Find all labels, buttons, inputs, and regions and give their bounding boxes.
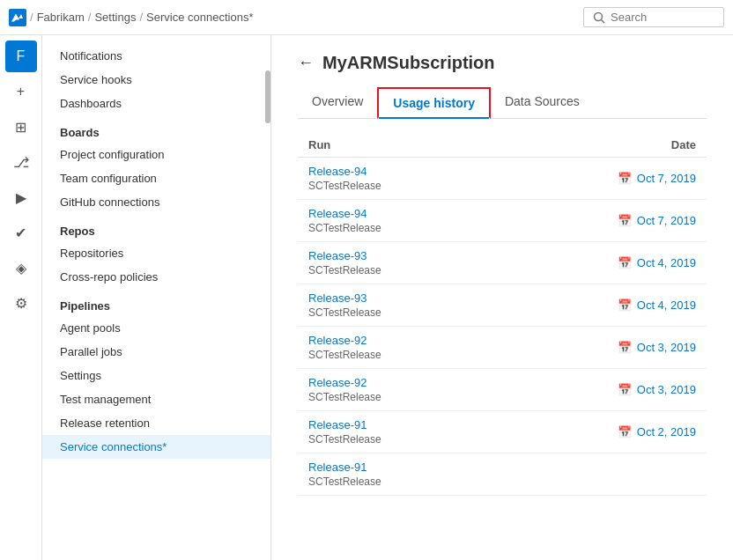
row-run-4: Release-92 SCTestRelease	[308, 334, 581, 361]
tabs: OverviewUsage historyData Sources	[298, 87, 707, 119]
nav-item-test-management[interactable]: Test management	[42, 387, 270, 411]
run-name[interactable]: Release-92	[308, 334, 581, 347]
calendar-icon: 📅	[618, 298, 632, 312]
table-row: Release-92 SCTestRelease 📅 Oct 3, 2019	[298, 327, 707, 369]
nav-item-service-hooks[interactable]: Service hooks	[42, 68, 270, 92]
col-run-header: Run	[308, 138, 581, 151]
table-row: Release-92 SCTestRelease 📅 Oct 3, 2019	[298, 369, 707, 411]
date-value: Oct 4, 2019	[637, 256, 696, 269]
page-title: MyARMSubscription	[322, 53, 495, 73]
nav-item-settings[interactable]: Settings	[42, 364, 270, 387]
date-value: Oct 3, 2019	[637, 383, 696, 396]
settings2-icon[interactable]: ⚙	[5, 287, 37, 319]
azure-devops-logo	[9, 9, 26, 26]
breadcrumb-service-connections[interactable]: Service connections*	[146, 11, 253, 24]
run-name[interactable]: Release-91	[308, 418, 581, 431]
run-name[interactable]: Release-94	[308, 207, 581, 220]
row-date-1: 📅 Oct 7, 2019	[581, 214, 696, 227]
table-row: Release-93 SCTestRelease 📅 Oct 4, 2019	[298, 284, 707, 327]
row-date-6: 📅 Oct 2, 2019	[581, 425, 696, 438]
row-date-3: 📅 Oct 4, 2019	[581, 298, 696, 312]
date-value: Oct 7, 2019	[637, 214, 696, 227]
table-row: Release-94 SCTestRelease 📅 Oct 7, 2019	[298, 200, 707, 242]
table-body: Release-94 SCTestRelease 📅 Oct 7, 2019 R…	[298, 158, 707, 496]
run-name[interactable]: Release-91	[308, 461, 581, 474]
row-date-4: 📅 Oct 3, 2019	[581, 341, 696, 354]
run-name[interactable]: Release-93	[308, 249, 581, 262]
repos-icon[interactable]: ⎇	[5, 146, 37, 178]
row-run-3: Release-93 SCTestRelease	[308, 291, 581, 319]
back-button[interactable]: ←	[298, 54, 314, 72]
nav-item-service-connections[interactable]: Service connections*	[42, 435, 270, 459]
calendar-icon: 📅	[618, 256, 632, 269]
nav-item-dashboards[interactable]: Dashboards	[42, 92, 270, 115]
run-name[interactable]: Release-93	[308, 291, 581, 305]
nav-section-header: Pipelines	[42, 289, 270, 316]
nav-item-notifications[interactable]: Notifications	[42, 44, 270, 68]
run-sub: SCTestRelease	[308, 391, 581, 403]
calendar-icon: 📅	[618, 383, 632, 396]
date-value: Oct 4, 2019	[637, 298, 696, 312]
artifacts-icon[interactable]: ◈	[5, 252, 37, 284]
tab-usage-history[interactable]: Usage history	[377, 87, 491, 119]
row-run-6: Release-91 SCTestRelease	[308, 418, 581, 446]
boards-icon[interactable]: ⊞	[5, 111, 37, 143]
tab-data-sources[interactable]: Data Sources	[491, 87, 594, 118]
run-name[interactable]: Release-92	[308, 376, 581, 389]
page-header: ← MyARMSubscription	[298, 53, 707, 73]
settings-nav: NotificationsService hooksDashboardsBoar…	[42, 35, 271, 560]
table-row: Release-93 SCTestRelease 📅 Oct 4, 2019	[298, 242, 707, 284]
row-run-2: Release-93 SCTestRelease	[308, 249, 581, 276]
calendar-icon: 📅	[618, 172, 632, 185]
row-run-1: Release-94 SCTestRelease	[308, 207, 581, 234]
run-sub: SCTestRelease	[308, 222, 581, 234]
run-sub: SCTestRelease	[308, 433, 581, 446]
search-placeholder: Search	[611, 11, 647, 24]
search-icon	[593, 11, 605, 24]
table-row: Release-94 SCTestRelease 📅 Oct 7, 2019	[298, 158, 707, 200]
date-value: Oct 2, 2019	[637, 425, 696, 438]
nav-item-repositories[interactable]: Repositories	[42, 241, 270, 265]
calendar-icon: 📅	[618, 341, 632, 354]
search-box[interactable]: Search	[583, 7, 724, 27]
svg-line-2	[602, 19, 605, 23]
date-value: Oct 3, 2019	[637, 341, 696, 354]
calendar-icon: 📅	[618, 425, 632, 438]
table-row: Release-91 SCTestRelease 📅 Oct 2, 2019	[298, 411, 707, 453]
calendar-icon: 📅	[618, 214, 632, 227]
row-date-5: 📅 Oct 3, 2019	[581, 383, 696, 396]
svg-point-1	[595, 12, 603, 20]
content-area: ← MyARMSubscription OverviewUsage histor…	[271, 35, 733, 560]
run-sub: SCTestRelease	[308, 349, 581, 361]
tab-overview[interactable]: Overview	[298, 87, 377, 118]
nav-item-parallel-jobs[interactable]: Parallel jobs	[42, 340, 270, 364]
col-date-header: Date	[581, 138, 696, 151]
run-name[interactable]: Release-94	[308, 165, 581, 178]
breadcrumb-settings[interactable]: Settings	[94, 11, 136, 24]
main-layout: F+⊞⎇▶✔◈⚙ NotificationsService hooksDashb…	[0, 35, 733, 560]
table-header: Run Date	[298, 133, 707, 158]
breadcrumb-fabrikam[interactable]: Fabrikam	[37, 11, 85, 24]
nav-item-team-configuration[interactable]: Team configuration	[42, 166, 270, 190]
row-date-0: 📅 Oct 7, 2019	[581, 172, 696, 185]
pipelines-icon[interactable]: ▶	[5, 181, 37, 213]
sidebar-icons: F+⊞⎇▶✔◈⚙	[0, 35, 42, 560]
row-run-5: Release-92 SCTestRelease	[308, 376, 581, 403]
plus-icon[interactable]: +	[5, 76, 37, 107]
scrollbar-thumb[interactable]	[265, 70, 270, 123]
row-run-7: Release-91 SCTestRelease	[308, 461, 581, 488]
nav-item-release-retention[interactable]: Release retention	[42, 411, 270, 435]
nav-item-project-configuration[interactable]: Project configuration	[42, 143, 270, 166]
run-sub: SCTestRelease	[308, 180, 581, 192]
row-run-0: Release-94 SCTestRelease	[308, 165, 581, 192]
nav-section-header: Repos	[42, 214, 270, 241]
nav-item-cross-repo-policies[interactable]: Cross-repo policies	[42, 265, 270, 289]
nav-item-agent-pools[interactable]: Agent pools	[42, 316, 270, 340]
top-bar: / Fabrikam / Settings / Service connecti…	[0, 0, 733, 35]
testplans-icon[interactable]: ✔	[5, 217, 37, 248]
user-icon[interactable]: F	[5, 41, 37, 72]
table-row: Release-91 SCTestRelease	[298, 453, 707, 496]
breadcrumb: / Fabrikam / Settings / Service connecti…	[9, 9, 578, 26]
nav-item-github-connections[interactable]: GitHub connections	[42, 190, 270, 214]
run-sub: SCTestRelease	[308, 306, 581, 319]
